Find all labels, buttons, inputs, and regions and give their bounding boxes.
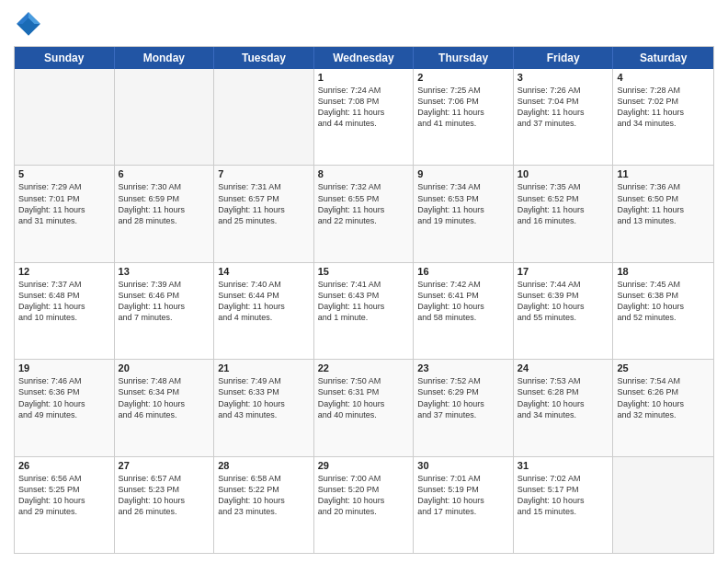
empty-cell-0-0 [15,69,115,165]
day-cell-26: 26Sunrise: 6:56 AM Sunset: 5:25 PM Dayli… [15,457,115,553]
calendar-body: 1Sunrise: 7:24 AM Sunset: 7:08 PM Daylig… [15,69,713,553]
day-number: 21 [218,362,310,373]
day-cell-1: 1Sunrise: 7:24 AM Sunset: 7:08 PM Daylig… [314,69,415,165]
day-info: Sunrise: 7:28 AM Sunset: 7:02 PM Dayligh… [617,85,710,130]
day-number: 27 [119,460,210,471]
day-cell-31: 31Sunrise: 7:02 AM Sunset: 5:17 PM Dayli… [514,457,614,553]
calendar-header: SundayMondayTuesdayWednesdayThursdayFrid… [15,47,713,69]
day-number: 26 [18,460,110,471]
empty-cell-0-2 [214,69,314,165]
day-info: Sunrise: 7:44 AM Sunset: 6:39 PM Dayligh… [518,279,609,324]
day-cell-23: 23Sunrise: 7:52 AM Sunset: 6:29 PM Dayli… [414,360,514,455]
day-cell-9: 9Sunrise: 7:34 AM Sunset: 6:53 PM Daylig… [414,166,514,261]
day-cell-27: 27Sunrise: 6:57 AM Sunset: 5:23 PM Dayli… [115,457,215,553]
day-info: Sunrise: 7:01 AM Sunset: 5:19 PM Dayligh… [417,473,509,518]
day-number: 6 [119,168,210,179]
day-number: 10 [518,168,609,179]
day-number: 1 [318,72,410,83]
day-info: Sunrise: 7:34 AM Sunset: 6:53 PM Dayligh… [417,181,509,226]
day-info: Sunrise: 6:57 AM Sunset: 5:23 PM Dayligh… [119,473,210,518]
empty-cell-4-6 [613,457,713,553]
day-number: 25 [617,362,710,373]
day-header-sunday: Sunday [15,47,115,69]
day-cell-8: 8Sunrise: 7:32 AM Sunset: 6:55 PM Daylig… [314,166,415,261]
day-number: 31 [518,460,609,471]
day-cell-2: 2Sunrise: 7:25 AM Sunset: 7:06 PM Daylig… [414,69,514,165]
day-info: Sunrise: 7:52 AM Sunset: 6:29 PM Dayligh… [417,375,509,420]
day-number: 18 [617,266,710,277]
day-info: Sunrise: 7:50 AM Sunset: 6:31 PM Dayligh… [318,375,410,420]
day-cell-18: 18Sunrise: 7:45 AM Sunset: 6:38 PM Dayli… [613,263,713,359]
day-cell-29: 29Sunrise: 7:00 AM Sunset: 5:20 PM Dayli… [314,457,415,553]
day-info: Sunrise: 7:40 AM Sunset: 6:44 PM Dayligh… [218,279,310,324]
day-number: 14 [218,266,310,277]
day-number: 16 [417,266,509,277]
day-number: 20 [119,362,210,373]
logo [14,9,47,39]
day-cell-11: 11Sunrise: 7:36 AM Sunset: 6:50 PM Dayli… [613,166,713,261]
day-info: Sunrise: 7:48 AM Sunset: 6:34 PM Dayligh… [119,375,210,420]
day-cell-17: 17Sunrise: 7:44 AM Sunset: 6:39 PM Dayli… [514,263,614,359]
day-cell-10: 10Sunrise: 7:35 AM Sunset: 6:52 PM Dayli… [514,166,614,261]
day-info: Sunrise: 7:32 AM Sunset: 6:55 PM Dayligh… [318,181,410,226]
day-info: Sunrise: 6:56 AM Sunset: 5:25 PM Dayligh… [18,473,110,518]
day-info: Sunrise: 7:29 AM Sunset: 7:01 PM Dayligh… [18,181,110,226]
day-number: 22 [318,362,410,373]
day-info: Sunrise: 7:42 AM Sunset: 6:41 PM Dayligh… [417,279,509,324]
day-info: Sunrise: 7:30 AM Sunset: 6:59 PM Dayligh… [119,181,210,226]
day-info: Sunrise: 7:36 AM Sunset: 6:50 PM Dayligh… [617,181,710,226]
calendar-row-0: 1Sunrise: 7:24 AM Sunset: 7:08 PM Daylig… [15,69,713,165]
day-header-thursday: Thursday [414,47,514,69]
day-cell-6: 6Sunrise: 7:30 AM Sunset: 6:59 PM Daylig… [115,166,215,261]
logo-icon [14,9,43,39]
day-number: 4 [617,72,710,83]
page: SundayMondayTuesdayWednesdayThursdayFrid… [0,0,728,563]
day-cell-5: 5Sunrise: 7:29 AM Sunset: 7:01 PM Daylig… [15,166,115,261]
day-cell-12: 12Sunrise: 7:37 AM Sunset: 6:48 PM Dayli… [15,263,115,359]
day-cell-20: 20Sunrise: 7:48 AM Sunset: 6:34 PM Dayli… [115,360,215,455]
day-number: 17 [518,266,609,277]
day-info: Sunrise: 7:31 AM Sunset: 6:57 PM Dayligh… [218,181,310,226]
day-info: Sunrise: 7:24 AM Sunset: 7:08 PM Dayligh… [318,85,410,130]
calendar: SundayMondayTuesdayWednesdayThursdayFrid… [14,46,714,554]
day-cell-30: 30Sunrise: 7:01 AM Sunset: 5:19 PM Dayli… [414,457,514,553]
day-number: 2 [417,72,509,83]
day-number: 24 [518,362,609,373]
day-cell-14: 14Sunrise: 7:40 AM Sunset: 6:44 PM Dayli… [214,263,314,359]
day-number: 9 [417,168,509,179]
day-info: Sunrise: 7:41 AM Sunset: 6:43 PM Dayligh… [318,279,410,324]
day-header-friday: Friday [514,47,614,69]
header [14,9,714,39]
day-info: Sunrise: 7:25 AM Sunset: 7:06 PM Dayligh… [417,85,509,130]
day-info: Sunrise: 7:35 AM Sunset: 6:52 PM Dayligh… [518,181,609,226]
calendar-row-1: 5Sunrise: 7:29 AM Sunset: 7:01 PM Daylig… [15,165,713,261]
day-number: 5 [18,168,110,179]
day-header-monday: Monday [115,47,215,69]
day-cell-4: 4Sunrise: 7:28 AM Sunset: 7:02 PM Daylig… [613,69,713,165]
day-cell-21: 21Sunrise: 7:49 AM Sunset: 6:33 PM Dayli… [214,360,314,455]
day-number: 28 [218,460,310,471]
day-header-saturday: Saturday [613,47,713,69]
empty-cell-0-1 [115,69,215,165]
calendar-row-2: 12Sunrise: 7:37 AM Sunset: 6:48 PM Dayli… [15,262,713,359]
day-number: 7 [218,168,310,179]
day-info: Sunrise: 7:39 AM Sunset: 6:46 PM Dayligh… [119,279,210,324]
day-cell-15: 15Sunrise: 7:41 AM Sunset: 6:43 PM Dayli… [314,263,415,359]
calendar-row-4: 26Sunrise: 6:56 AM Sunset: 5:25 PM Dayli… [15,456,713,553]
day-info: Sunrise: 6:58 AM Sunset: 5:22 PM Dayligh… [218,473,310,518]
day-cell-24: 24Sunrise: 7:53 AM Sunset: 6:28 PM Dayli… [514,360,614,455]
day-info: Sunrise: 7:00 AM Sunset: 5:20 PM Dayligh… [318,473,410,518]
day-cell-22: 22Sunrise: 7:50 AM Sunset: 6:31 PM Dayli… [314,360,415,455]
day-info: Sunrise: 7:49 AM Sunset: 6:33 PM Dayligh… [218,375,310,420]
day-number: 11 [617,168,710,179]
day-info: Sunrise: 7:54 AM Sunset: 6:26 PM Dayligh… [617,375,710,420]
calendar-row-3: 19Sunrise: 7:46 AM Sunset: 6:36 PM Dayli… [15,359,713,455]
day-header-tuesday: Tuesday [214,47,314,69]
day-info: Sunrise: 7:45 AM Sunset: 6:38 PM Dayligh… [617,279,710,324]
day-number: 29 [318,460,410,471]
day-number: 23 [417,362,509,373]
day-cell-13: 13Sunrise: 7:39 AM Sunset: 6:46 PM Dayli… [115,263,215,359]
day-cell-19: 19Sunrise: 7:46 AM Sunset: 6:36 PM Dayli… [15,360,115,455]
day-number: 30 [417,460,509,471]
day-info: Sunrise: 7:26 AM Sunset: 7:04 PM Dayligh… [518,85,609,130]
